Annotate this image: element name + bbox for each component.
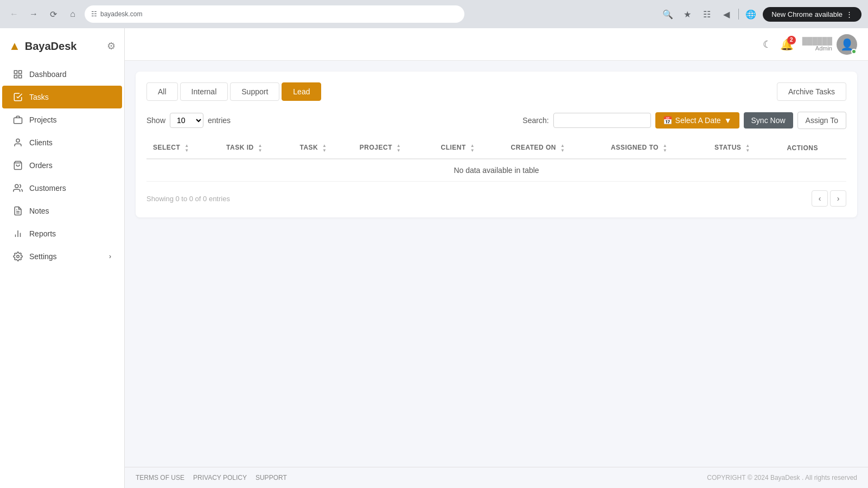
footer-privacy-link[interactable]: PRIVACY POLICY (193, 474, 247, 481)
calendar-icon: 📅 (663, 116, 672, 125)
prev-page-button[interactable]: ‹ (812, 190, 828, 207)
col-status[interactable]: STATUS ▲▼ (708, 138, 780, 159)
col-actions: ACTIONS (780, 138, 846, 159)
tasks-card: All Internal Support Lead Archive Tasks … (136, 72, 857, 217)
col-assigned-to[interactable]: ASSIGNED TO ▲▼ (604, 138, 708, 159)
browser-actions: 🔍 ★ ☷ ◀ 🌐 New Chrome available ⋮ (660, 7, 861, 22)
sidebar-settings-icon[interactable]: ⚙ (107, 40, 116, 52)
puzzle-button[interactable]: ◀ (719, 7, 734, 22)
col-task-id[interactable]: TASK ID ▲▼ (220, 138, 293, 159)
user-icon (13, 138, 23, 147)
sort-taskid-icon: ▲▼ (258, 143, 262, 153)
tab-all[interactable]: All (146, 82, 178, 101)
svg-point-13 (17, 255, 20, 258)
bookmark-button[interactable]: ★ (680, 7, 695, 22)
svg-rect-1 (19, 70, 22, 73)
sort-assigned-icon: ▲▼ (663, 143, 667, 153)
sidebar-label-clients: Clients (29, 138, 53, 147)
address-bar[interactable]: ☷ bayadesk.com (85, 5, 464, 23)
reload-button[interactable]: ⟳ (46, 7, 61, 22)
avatar-online-dot (851, 49, 857, 54)
col-created-on[interactable]: CREATED ON ▲▼ (505, 138, 604, 159)
home-button[interactable]: ⌂ (65, 7, 80, 22)
search-wrapper: Search: 📅 Select A Date ▼ Sync Now Assig… (522, 112, 846, 129)
svg-rect-3 (14, 75, 17, 78)
sidebar-label-projects: Projects (29, 115, 57, 124)
address-icon: ☷ (91, 10, 97, 18)
entries-select[interactable]: 10 25 50 100 (170, 113, 203, 128)
main-content: ☾ 🔔 2 ██████ Admin 👤 All (125, 28, 868, 488)
search-label: Search: (522, 116, 548, 125)
sidebar-item-dashboard[interactable]: Dashboard (2, 63, 122, 86)
footer-support-link[interactable]: SUPPORT (256, 474, 287, 481)
sidebar-item-notes[interactable]: Notes (2, 200, 122, 222)
forward-button[interactable]: → (26, 7, 41, 22)
chevron-down-icon: ▼ (724, 116, 732, 125)
tab-internal[interactable]: Internal (180, 82, 228, 101)
svg-rect-2 (19, 75, 22, 78)
tab-lead[interactable]: Lead (282, 82, 321, 101)
globe-button[interactable]: 🌐 (743, 7, 758, 22)
search-browser-button[interactable]: 🔍 (660, 7, 675, 22)
sort-select-icon: ▲▼ (184, 143, 189, 153)
tab-support[interactable]: Support (230, 82, 279, 101)
sort-task-icon: ▲▼ (322, 143, 327, 153)
logo-desk: Desk (51, 40, 77, 52)
col-client[interactable]: CLIENT ▲▼ (435, 138, 505, 159)
sidebar-item-tasks[interactable]: Tasks (2, 86, 122, 108)
sidebar-label-settings: Settings (29, 252, 57, 261)
col-task[interactable]: TASK ▲▼ (293, 138, 353, 159)
sort-created-icon: ▲▼ (560, 143, 565, 153)
footer-links: TERMS OF USE PRIVACY POLICY SUPPORT (136, 474, 287, 481)
sort-client-icon: ▲▼ (470, 143, 475, 153)
check-square-icon (13, 92, 23, 102)
users-icon (13, 183, 23, 193)
sidebar-item-customers[interactable]: Customers (2, 177, 122, 200)
svg-point-7 (15, 184, 18, 188)
sidebar-item-settings[interactable]: Settings › (2, 245, 122, 268)
app-footer: TERMS OF USE PRIVACY POLICY SUPPORT COPY… (125, 467, 868, 488)
svg-point-5 (16, 139, 20, 142)
show-label: Show (146, 116, 165, 125)
select-date-button[interactable]: 📅 Select A Date ▼ (655, 112, 739, 129)
avatar[interactable]: 👤 (837, 34, 857, 55)
app-container: ▲ BayaDesk ⚙ Dashboard Tasks (0, 28, 868, 488)
settings-nav-icon (13, 252, 23, 261)
sync-now-button[interactable]: Sync Now (744, 112, 793, 129)
pagination: ‹ › (812, 190, 846, 207)
sidebar: ▲ BayaDesk ⚙ Dashboard Tasks (0, 28, 125, 488)
archive-tasks-button[interactable]: Archive Tasks (777, 82, 846, 101)
new-chrome-button[interactable]: New Chrome available ⋮ (763, 7, 861, 22)
svg-rect-0 (14, 70, 17, 73)
sidebar-item-projects[interactable]: Projects (2, 108, 122, 131)
briefcase-icon (13, 115, 23, 125)
footer-terms-link[interactable]: TERMS OF USE (136, 474, 184, 481)
logo-icon: ▲ (9, 39, 21, 53)
sidebar-item-reports[interactable]: Reports (2, 222, 122, 245)
svg-rect-4 (14, 118, 22, 124)
col-select[interactable]: SELECT ▲▼ (146, 138, 220, 159)
extensions-button[interactable]: ☷ (699, 7, 714, 22)
assign-to-button[interactable]: Assign To (797, 112, 846, 129)
sidebar-nav: Dashboard Tasks Projects Clients (0, 59, 124, 488)
new-chrome-label: New Chrome available (771, 10, 843, 18)
back-button[interactable]: ← (7, 7, 22, 22)
user-names: ██████ Admin (802, 37, 832, 52)
col-project[interactable]: PROJECT ▲▼ (353, 138, 435, 159)
user-role: Admin (815, 45, 832, 52)
notification-bell[interactable]: 🔔 2 (780, 38, 794, 51)
sidebar-item-orders[interactable]: Orders (2, 154, 122, 177)
user-section: ██████ Admin 👤 (802, 34, 857, 55)
showing-text: Showing 0 to 0 of 0 entries (146, 195, 230, 203)
table-footer: Showing 0 to 0 of 0 entries ‹ › (146, 190, 846, 207)
sidebar-item-clients[interactable]: Clients (2, 131, 122, 154)
dark-mode-icon[interactable]: ☾ (763, 38, 771, 50)
sidebar-label-customers: Customers (29, 184, 66, 192)
search-input[interactable] (553, 113, 651, 128)
logo-baya: Baya (25, 40, 51, 52)
tab-bar: All Internal Support Lead Archive Tasks (146, 82, 846, 101)
file-text-icon (13, 206, 23, 216)
next-page-button[interactable]: › (830, 190, 846, 207)
table-header-row: SELECT ▲▼ TASK ID ▲▼ TASK ▲▼ PROJECT ▲▼ (146, 138, 846, 159)
entries-label: entries (208, 116, 231, 125)
